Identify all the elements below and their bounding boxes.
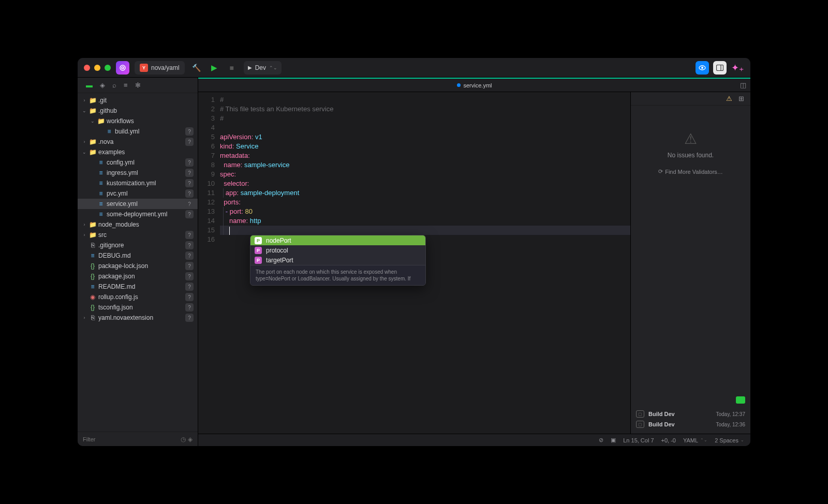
- run-button[interactable]: ▶: [208, 61, 221, 75]
- tree-item[interactable]: {}package.json?: [78, 271, 198, 281]
- code-line[interactable]: metadata:: [220, 151, 630, 160]
- filter-input[interactable]: [83, 436, 179, 442]
- code-line[interactable]: name: sample-service: [220, 160, 630, 170]
- tree-item[interactable]: {}tsconfig.json?: [78, 302, 198, 313]
- tab-bar: service.yml ◫: [198, 79, 750, 92]
- close-window[interactable]: [84, 65, 90, 71]
- tree-item[interactable]: ≡config.yml?: [78, 157, 198, 168]
- git-icon[interactable]: ◈: [100, 81, 105, 89]
- tree-item[interactable]: ›⎘yaml.novaextension?: [78, 313, 198, 323]
- task-name: Build Dev: [648, 421, 675, 427]
- disclosure-arrow[interactable]: ⌄: [81, 108, 88, 113]
- tree-item[interactable]: ⌄📁workflows: [78, 116, 198, 126]
- code-line[interactable]: #: [220, 95, 630, 105]
- scm-badge: ?: [185, 138, 194, 146]
- clips-icon[interactable]: ✻: [135, 81, 141, 89]
- completion-item[interactable]: PnodePort: [250, 235, 425, 245]
- completion-item[interactable]: Pprotocol: [250, 245, 425, 255]
- code-line[interactable]: spec:: [220, 170, 630, 179]
- disclosure-arrow[interactable]: ›: [81, 139, 88, 144]
- warning-icon: ⚠: [636, 130, 745, 147]
- disclosure-arrow[interactable]: ⌄: [81, 150, 88, 155]
- sparkle-icon[interactable]: ✦₊: [731, 61, 744, 75]
- tree-item[interactable]: ≡build.yml?: [78, 126, 198, 137]
- issues-panel: ⚠ No issues found. ⟳ Find More Validator…: [631, 106, 750, 185]
- code-line[interactable]: #: [220, 114, 630, 123]
- find-validators-link[interactable]: ⟳ Find More Validators…: [636, 168, 745, 175]
- tree-item[interactable]: ⌄📁.github: [78, 106, 198, 116]
- scm-badge: ?: [185, 262, 194, 270]
- task-status-icon: ▢: [636, 421, 644, 428]
- code-editor[interactable]: 12345678910111213141516 ## This file tes…: [198, 92, 630, 434]
- code-line[interactable]: ports:: [220, 198, 630, 207]
- cursor-position[interactable]: Ln 15, Col 7: [623, 437, 654, 443]
- file-tree[interactable]: ›📁.git⌄📁.github⌄📁workflows≡build.yml?›📁.…: [78, 93, 198, 432]
- disclosure-arrow[interactable]: ›: [81, 315, 88, 320]
- file-icon: 📁: [88, 138, 97, 145]
- property-type-icon: P: [255, 237, 262, 244]
- search-icon[interactable]: ⌕: [112, 81, 116, 89]
- history-icon[interactable]: ◷: [181, 436, 186, 443]
- stop-button[interactable]: ■: [225, 61, 239, 75]
- completion-popup[interactable]: PnodePortPprotocolPtargetPort The port o…: [250, 235, 426, 286]
- code-line[interactable]: [220, 123, 630, 132]
- issues-tab-icon[interactable]: ⚠: [726, 95, 732, 102]
- build-button[interactable]: 🔨: [190, 61, 203, 75]
- tree-item[interactable]: ›📁node_modules: [78, 219, 198, 230]
- tree-item[interactable]: {}package-lock.json?: [78, 261, 198, 271]
- scm-badge: ?: [185, 127, 194, 136]
- language-selector[interactable]: YAML⌃⌄: [683, 437, 707, 443]
- zoom-window[interactable]: [105, 65, 111, 71]
- tree-item[interactable]: ≡README.md?: [78, 281, 198, 292]
- tab-filename: service.yml: [463, 82, 492, 88]
- code-line[interactable]: - port: 80: [220, 207, 630, 216]
- svg-point-0: [120, 65, 125, 70]
- disclosure-arrow[interactable]: ›: [81, 232, 88, 238]
- task-item[interactable]: ▢Build DevToday, 12:36: [636, 419, 745, 429]
- tree-item[interactable]: ≡DEBUG.md?: [78, 250, 198, 261]
- project-tab[interactable]: Y nova/yaml: [135, 61, 185, 75]
- git-status-icon[interactable]: ▣: [611, 437, 616, 443]
- tree-item[interactable]: ›📁.git: [78, 95, 198, 106]
- code-line[interactable]: kind: Service: [220, 142, 630, 151]
- tree-item[interactable]: ≡some-deployment.yml?: [78, 209, 198, 219]
- panel-toggle[interactable]: [713, 61, 727, 75]
- disclosure-arrow[interactable]: ›: [81, 222, 88, 227]
- file-icon: ≡: [96, 200, 106, 207]
- completion-item[interactable]: PtargetPort: [250, 255, 425, 265]
- tree-item[interactable]: ≡service.yml?: [78, 199, 198, 209]
- tree-item[interactable]: ⎘.gitignore?: [78, 240, 198, 250]
- preview-button[interactable]: [696, 61, 709, 75]
- code-line[interactable]: selector:: [220, 179, 630, 188]
- code-content[interactable]: ## This file tests an Kubernetes service…: [220, 92, 630, 434]
- tree-item[interactable]: ⌄📁examples: [78, 147, 198, 157]
- disclosure-arrow[interactable]: ›: [81, 98, 88, 103]
- code-line[interactable]: name: http: [220, 216, 630, 226]
- editor-tab[interactable]: service.yml: [456, 82, 492, 88]
- code-line[interactable]: [220, 226, 630, 235]
- tree-item[interactable]: ◉rollup.config.js?: [78, 292, 198, 302]
- file-name: service.yml: [107, 200, 185, 207]
- terminal-icon[interactable]: [736, 396, 745, 404]
- task-name: Dev: [255, 64, 266, 71]
- code-line[interactable]: app: sample-deployment: [220, 188, 630, 198]
- minimize-window[interactable]: [94, 65, 100, 71]
- task-dropdown[interactable]: ▶ Dev ⌃⌄: [244, 61, 282, 75]
- code-line[interactable]: apiVersion: v1: [220, 132, 630, 142]
- symbols-icon[interactable]: ≡: [124, 81, 128, 89]
- tree-item[interactable]: ›📁.nova?: [78, 137, 198, 147]
- tree-item[interactable]: ›📁src?: [78, 230, 198, 240]
- code-line[interactable]: # This file tests an Kubernetes service: [220, 105, 630, 114]
- tree-item[interactable]: ≡ingress.yml?: [78, 168, 198, 178]
- split-icon[interactable]: ◫: [740, 81, 746, 89]
- files-icon[interactable]: ▬: [86, 81, 93, 89]
- grid-tab-icon[interactable]: ⊞: [738, 95, 744, 102]
- branch-icon[interactable]: ⊘: [599, 437, 603, 443]
- scm-icon[interactable]: ◈: [188, 436, 193, 443]
- disclosure-arrow[interactable]: ⌄: [89, 118, 96, 124]
- indent-selector[interactable]: 2 Spaces⌄: [715, 437, 744, 443]
- tree-item[interactable]: ≡kustomization.yml?: [78, 178, 198, 188]
- task-item[interactable]: ▢Build DevToday, 12:37: [636, 409, 745, 419]
- tree-item[interactable]: ≡pvc.yml?: [78, 188, 198, 199]
- file-icon: 📁: [88, 149, 97, 156]
